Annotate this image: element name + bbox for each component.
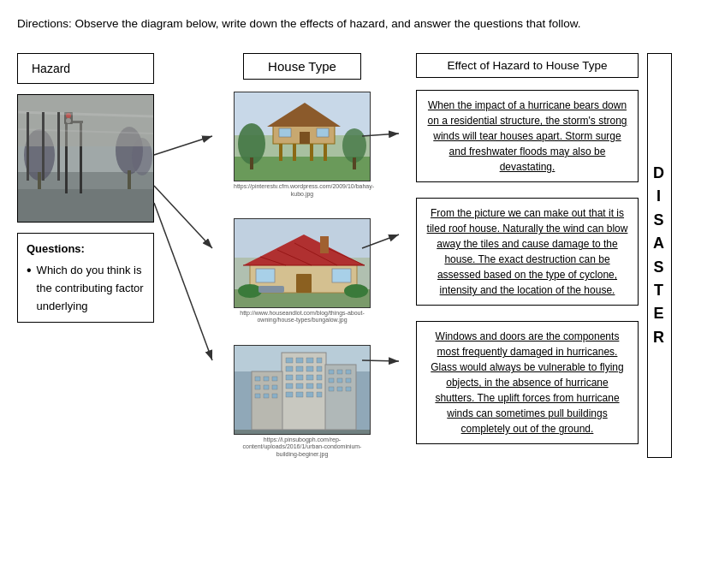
svg-rect-28 bbox=[279, 128, 291, 137]
svg-rect-12 bbox=[128, 170, 131, 189]
svg-rect-84 bbox=[264, 394, 269, 398]
effect-text-2: From the picture we can make out that it… bbox=[427, 207, 628, 296]
svg-rect-83 bbox=[255, 394, 260, 398]
svg-rect-92 bbox=[346, 378, 351, 383]
svg-rect-74 bbox=[306, 392, 313, 397]
svg-rect-69 bbox=[296, 383, 303, 389]
effect-header: Effect of Hazard to House Type bbox=[416, 53, 639, 78]
disaster-letters: D I S A S T E R bbox=[653, 163, 666, 347]
effect-box-1: When the impact of a hurricane bears dow… bbox=[416, 90, 639, 182]
letter-S: S bbox=[653, 211, 665, 230]
hazard-scene-svg bbox=[18, 95, 154, 223]
svg-rect-51 bbox=[258, 286, 284, 293]
svg-rect-70 bbox=[306, 383, 313, 389]
svg-rect-22 bbox=[293, 144, 296, 161]
house3-caption: https://i.pinsubogph.com/rep-content/upl… bbox=[234, 437, 371, 458]
svg-rect-33 bbox=[353, 157, 356, 169]
letter-E: E bbox=[653, 304, 665, 324]
house1-caption: https://pinterestv.cfm.wordpress.com/200… bbox=[234, 183, 371, 198]
svg-rect-64 bbox=[286, 375, 293, 380]
house3-svg bbox=[235, 346, 371, 435]
house-image-1-wrapper: https://pinterestv.cfm.wordpress.com/200… bbox=[234, 92, 371, 198]
svg-rect-67 bbox=[317, 375, 322, 380]
house-image-1 bbox=[234, 92, 371, 181]
house-type-label: House Type bbox=[243, 53, 361, 80]
svg-rect-66 bbox=[306, 375, 313, 380]
house2-svg bbox=[235, 219, 371, 308]
effect-text-1: When the impact of a hurricane bears dow… bbox=[427, 99, 627, 173]
svg-rect-46 bbox=[256, 269, 275, 282]
svg-rect-48 bbox=[320, 236, 329, 253]
house2-caption: http://www.houseandlot.com/blog/things-a… bbox=[234, 310, 371, 324]
svg-rect-78 bbox=[264, 377, 269, 381]
house1-svg bbox=[235, 92, 371, 181]
svg-rect-27 bbox=[300, 132, 310, 144]
questions-box: Questions: • Which do you think is the c… bbox=[17, 233, 154, 323]
svg-rect-29 bbox=[317, 128, 329, 137]
svg-rect-47 bbox=[332, 269, 351, 282]
svg-rect-89 bbox=[346, 370, 351, 374]
svg-rect-56 bbox=[286, 358, 293, 363]
svg-point-49 bbox=[238, 284, 262, 298]
directions-text: Directions: Observe the diagram below, w… bbox=[17, 15, 690, 33]
house-image-2-wrapper: http://www.houseandlot.com/blog/things-a… bbox=[234, 218, 371, 324]
svg-rect-80 bbox=[255, 385, 260, 389]
svg-rect-87 bbox=[329, 370, 334, 374]
svg-rect-77 bbox=[255, 377, 260, 381]
svg-rect-31 bbox=[250, 157, 253, 169]
questions-body: Which do you think is the contributing f… bbox=[37, 262, 145, 315]
effect-text-3: Windows and doors are the components mos… bbox=[431, 330, 623, 435]
house-images-list: https://pinterestv.cfm.wordpress.com/200… bbox=[234, 92, 371, 458]
effect-box-2: From the picture we can make out that it… bbox=[416, 198, 639, 306]
svg-rect-23 bbox=[310, 144, 313, 161]
hazard-label-box: Hazard bbox=[17, 53, 154, 84]
svg-rect-72 bbox=[286, 392, 293, 397]
letter-A: A bbox=[653, 234, 666, 253]
svg-rect-61 bbox=[296, 366, 303, 371]
letter-S2: S bbox=[653, 258, 665, 277]
right-arrow-area bbox=[392, 53, 416, 458]
svg-rect-82 bbox=[272, 385, 277, 389]
left-arrow-area bbox=[180, 53, 212, 458]
letter-D: D bbox=[653, 163, 666, 183]
svg-rect-71 bbox=[317, 383, 322, 389]
svg-rect-79 bbox=[272, 377, 277, 381]
svg-rect-86 bbox=[325, 365, 356, 430]
left-arrows-svg bbox=[180, 53, 212, 458]
effect-box-3: Windows and doors are the components mos… bbox=[416, 321, 639, 444]
disaster-sidebar: D I S A S T E R bbox=[647, 53, 672, 458]
svg-rect-60 bbox=[286, 366, 293, 371]
hazard-image bbox=[17, 94, 154, 223]
svg-rect-57 bbox=[296, 358, 303, 363]
svg-rect-68 bbox=[286, 383, 293, 389]
svg-rect-10 bbox=[38, 172, 41, 189]
effect-boxes: When the impact of a hurricane bears dow… bbox=[416, 90, 639, 444]
svg-rect-94 bbox=[337, 387, 342, 391]
svg-rect-91 bbox=[337, 378, 342, 383]
svg-rect-88 bbox=[337, 370, 342, 374]
right-panel: Effect of Hazard to House Type When the … bbox=[416, 53, 639, 458]
svg-point-50 bbox=[344, 284, 368, 298]
questions-text: • Which do you think is the contributing… bbox=[27, 262, 145, 315]
house-image-3-wrapper: https://i.pinsubogph.com/rep-content/upl… bbox=[234, 345, 371, 458]
svg-rect-63 bbox=[317, 366, 322, 371]
svg-rect-93 bbox=[329, 387, 334, 391]
letter-I: I bbox=[656, 187, 662, 206]
svg-rect-55 bbox=[282, 353, 326, 430]
svg-rect-65 bbox=[296, 375, 303, 380]
svg-rect-90 bbox=[329, 378, 334, 383]
hazard-label: Hazard bbox=[32, 62, 70, 75]
center-panel: House Type bbox=[212, 53, 392, 458]
questions-bullet: • bbox=[27, 262, 32, 278]
svg-rect-14 bbox=[18, 95, 154, 146]
svg-rect-73 bbox=[296, 392, 303, 397]
letter-R: R bbox=[653, 328, 666, 347]
questions-title: Questions: bbox=[27, 241, 145, 258]
svg-rect-59 bbox=[317, 358, 322, 363]
svg-rect-62 bbox=[306, 366, 313, 371]
svg-rect-54 bbox=[235, 430, 371, 435]
house-image-3 bbox=[234, 345, 371, 435]
left-panel: Hazard bbox=[17, 53, 180, 458]
svg-rect-85 bbox=[272, 394, 277, 398]
svg-rect-81 bbox=[264, 385, 269, 389]
